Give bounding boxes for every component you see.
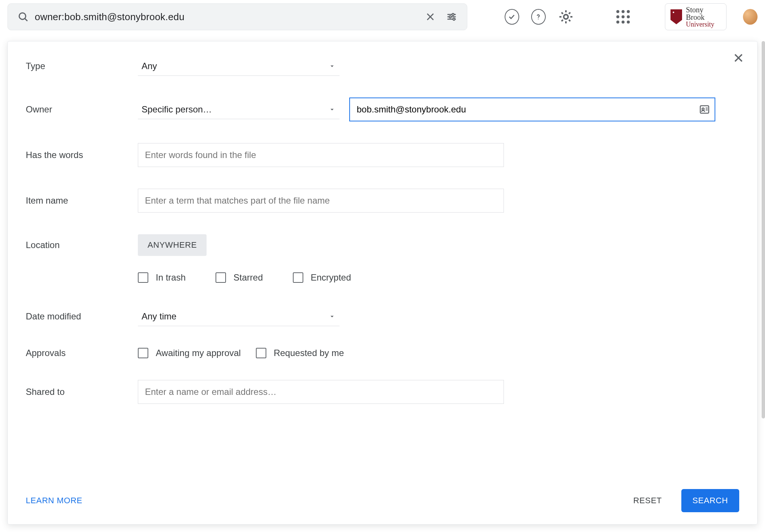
label-type: Type [26, 61, 138, 71]
checkbox-box [138, 272, 148, 283]
contacts-icon[interactable] [699, 104, 710, 115]
checkbox-box [256, 348, 266, 358]
checkbox-box [138, 348, 148, 358]
svg-point-0 [19, 13, 26, 19]
chevron-down-icon [328, 62, 336, 70]
row-approvals: Approvals Awaiting my approval Requested… [26, 348, 739, 358]
svg-point-11 [564, 15, 568, 19]
checkbox-label: Encrypted [311, 272, 351, 283]
svg-line-1 [25, 18, 27, 21]
item-name-input[interactable] [138, 189, 504, 213]
label-approvals: Approvals [26, 348, 138, 358]
close-icon[interactable] [733, 52, 744, 64]
top-bar: Stony Brook University [7, 4, 758, 30]
label-date-modified: Date modified [26, 311, 138, 322]
help-icon[interactable] [531, 9, 546, 25]
label-owner: Owner [26, 104, 138, 115]
owner-select[interactable]: Specific person… [138, 100, 340, 119]
checkbox-requested[interactable]: Requested by me [256, 348, 344, 358]
learn-more-link[interactable]: LEARN MORE [26, 496, 82, 505]
svg-point-10 [538, 19, 539, 19]
org-name: Stony Brook University [686, 6, 721, 28]
row-shared-to: Shared to [26, 380, 739, 404]
checkbox-label: Awaiting my approval [156, 348, 241, 358]
avatar[interactable] [743, 9, 758, 25]
org-badge[interactable]: Stony Brook University [665, 3, 727, 30]
page-scrollbar[interactable] [762, 41, 765, 418]
owner-select-value: Specific person… [142, 104, 212, 115]
checkbox-label: Requested by me [274, 348, 344, 358]
svg-point-5 [452, 13, 454, 16]
checkbox-label: In trash [156, 272, 186, 283]
row-owner: Owner Specific person… [26, 98, 739, 121]
owner-email-input[interactable] [349, 98, 715, 121]
clear-icon[interactable] [425, 12, 436, 22]
chevron-down-icon [328, 313, 336, 320]
label-location: Location [26, 240, 138, 250]
owner-email-wrap [349, 98, 715, 121]
reset-button[interactable]: RESET [624, 490, 670, 511]
row-type: Type Any [26, 56, 739, 76]
label-has-words: Has the words [26, 150, 138, 160]
panel-footer: LEARN MORE RESET SEARCH [26, 489, 739, 512]
row-location-checks: In trash Starred Encrypted [26, 272, 739, 283]
chevron-down-icon [328, 106, 336, 113]
label-shared-to: Shared to [26, 387, 138, 397]
row-date-modified: Date modified Any time [26, 307, 739, 326]
shield-icon [670, 9, 682, 24]
type-select[interactable]: Any [138, 56, 340, 76]
svg-point-15 [702, 108, 704, 110]
type-select-value: Any [142, 61, 157, 71]
filter-options-icon[interactable] [446, 11, 457, 22]
svg-point-7 [449, 16, 451, 18]
checkbox-starred[interactable]: Starred [216, 272, 263, 283]
advanced-search-panel: Type Any Owner Specific person… [7, 41, 758, 525]
search-input[interactable] [34, 11, 420, 23]
row-has-words: Has the words [26, 143, 739, 167]
location-chip[interactable]: ANYWHERE [138, 234, 207, 256]
search-button[interactable]: SEARCH [681, 489, 739, 512]
checkbox-label: Starred [233, 272, 263, 283]
date-modified-value: Any time [142, 311, 176, 322]
row-item-name: Item name [26, 189, 739, 213]
checkbox-encrypted[interactable]: Encrypted [293, 272, 351, 283]
ready-offline-icon[interactable] [505, 9, 519, 25]
search-icon [18, 11, 29, 22]
date-modified-select[interactable]: Any time [138, 307, 340, 326]
label-item-name: Item name [26, 195, 138, 206]
search-box[interactable] [7, 3, 467, 30]
checkbox-box [293, 272, 303, 283]
apps-icon[interactable] [616, 9, 631, 25]
header-actions: Stony Brook University [505, 3, 758, 30]
checkbox-awaiting[interactable]: Awaiting my approval [138, 348, 241, 358]
checkbox-in-trash[interactable]: In trash [138, 272, 186, 283]
checkbox-box [216, 272, 226, 283]
has-words-input[interactable] [138, 143, 504, 167]
settings-icon[interactable] [558, 9, 574, 25]
svg-point-9 [453, 18, 455, 21]
row-location: Location ANYWHERE [26, 234, 739, 256]
shared-to-input[interactable] [138, 380, 504, 404]
